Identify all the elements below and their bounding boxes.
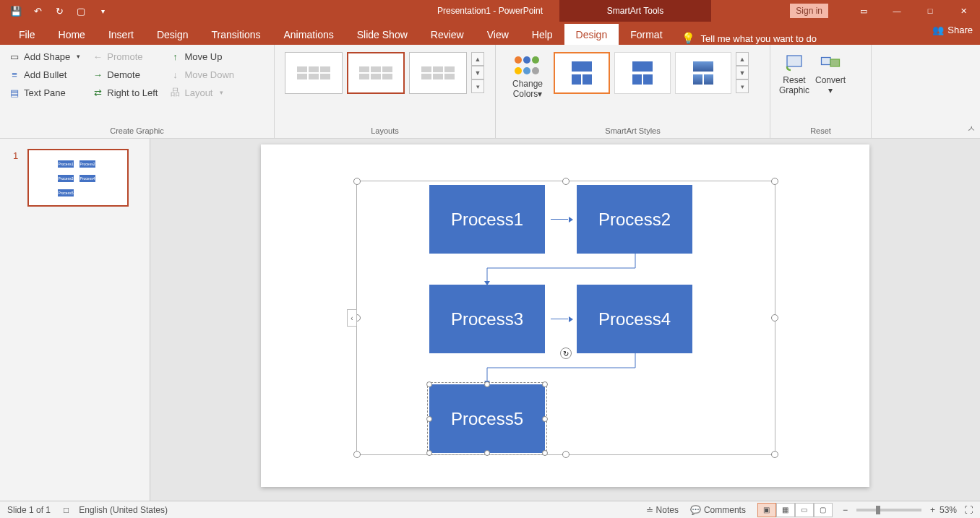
add-shape-button[interactable]: ▭Add Shape▾: [6, 48, 83, 65]
slideshow-view-icon[interactable]: ▢: [814, 503, 833, 517]
process3-box[interactable]: Process3: [429, 285, 545, 353]
sign-in-button[interactable]: Sign in: [790, 4, 828, 18]
add-shape-icon: ▭: [9, 51, 20, 62]
right-to-left-button[interactable]: ⇄Right to Left: [89, 84, 160, 101]
layout-button[interactable]: 品Layout▾: [166, 84, 237, 101]
convert-icon: [818, 52, 843, 74]
group-label-create-graphic: Create Graphic: [6, 124, 268, 135]
layout-option-2[interactable]: [347, 52, 405, 94]
process2-box[interactable]: Process2: [577, 185, 692, 254]
shape-handle[interactable]: [484, 450, 490, 456]
slide[interactable]: ‹ ↻ Process1 Process2 Process3 Process4: [261, 144, 869, 487]
tab-smartart-format[interactable]: Format: [619, 24, 674, 45]
tab-design[interactable]: Design: [145, 24, 200, 45]
tab-slideshow[interactable]: Slide Show: [345, 24, 419, 45]
process1-box[interactable]: Process1: [429, 185, 545, 254]
arrow-up-icon: ↑: [169, 51, 181, 62]
text-pane-button[interactable]: ▤Text Pane: [6, 84, 83, 101]
layouts-more-icon[interactable]: ▾: [471, 79, 484, 93]
tab-file[interactable]: File: [7, 24, 47, 45]
comments-button[interactable]: 💬Comments: [690, 505, 746, 515]
undo-icon[interactable]: ↶: [32, 5, 43, 17]
group-label-layouts: Layouts: [280, 124, 489, 135]
shape-handle[interactable]: [426, 416, 432, 422]
layouts-scroll-up-icon[interactable]: ▲: [471, 52, 484, 66]
resize-handle-se[interactable]: [771, 451, 778, 458]
styles-scroll: ▲ ▼ ▾: [736, 52, 749, 93]
tell-me-search[interactable]: 💡 Tell me what you want to do: [682, 32, 817, 45]
layout-option-3[interactable]: [409, 52, 467, 94]
demote-button[interactable]: →Demote: [89, 66, 160, 83]
resize-handle-nw[interactable]: [353, 178, 361, 185]
styles-scroll-up-icon[interactable]: ▲: [736, 52, 749, 66]
connector-4-5: [483, 353, 639, 386]
add-bullet-button[interactable]: ≡Add Bullet: [6, 66, 83, 83]
resize-handle-e[interactable]: [771, 314, 778, 321]
tab-smartart-design[interactable]: Design: [564, 24, 619, 45]
tab-insert[interactable]: Insert: [97, 24, 145, 45]
slide-canvas-area[interactable]: ‹ ↻ Process1 Process2 Process3 Process4: [150, 139, 980, 501]
normal-view-icon[interactable]: ▣: [757, 503, 776, 517]
reading-view-icon[interactable]: ▭: [795, 503, 814, 517]
language-indicator[interactable]: English (United States): [79, 505, 168, 515]
resize-handle-ne[interactable]: [771, 178, 778, 185]
tab-help[interactable]: Help: [520, 24, 564, 45]
resize-handle-sw[interactable]: [353, 451, 361, 458]
minimize-icon[interactable]: —: [880, 0, 914, 22]
collapse-ribbon-icon[interactable]: ㅅ: [967, 123, 976, 135]
style-option-1[interactable]: [554, 52, 610, 94]
qat-customize-icon[interactable]: ▾: [97, 5, 108, 17]
resize-handle-n[interactable]: [562, 178, 569, 185]
shape-handle[interactable]: [542, 416, 548, 422]
save-icon[interactable]: 💾: [10, 5, 22, 17]
close-icon[interactable]: ✕: [947, 0, 980, 22]
style-option-2[interactable]: [614, 52, 671, 94]
smartart-selection-frame[interactable]: ‹ ↻ Process1 Process2 Process3 Process4: [356, 181, 775, 455]
arrow-right-icon: →: [92, 69, 103, 80]
slide-1-thumbnail[interactable]: Process1 Process2 Process3 Process4 Proc…: [27, 149, 129, 207]
layout-option-1[interactable]: [285, 52, 343, 94]
redo-icon[interactable]: ↻: [53, 5, 65, 17]
shape-handle[interactable]: [542, 450, 548, 456]
share-button[interactable]: 👥 Share: [932, 25, 973, 35]
process5-box[interactable]: Process5: [429, 384, 545, 453]
styles-scroll-down-icon[interactable]: ▼: [736, 66, 749, 79]
promote-button[interactable]: ←Promote: [89, 48, 160, 65]
tab-home[interactable]: Home: [47, 24, 97, 45]
svg-rect-0: [787, 56, 801, 66]
tab-review[interactable]: Review: [419, 24, 476, 45]
comments-icon: 💬: [690, 505, 701, 515]
slide-indicator[interactable]: Slide 1 of 1: [7, 505, 51, 515]
style-option-3[interactable]: [675, 52, 731, 94]
zoom-level[interactable]: 53%: [940, 505, 957, 515]
tab-view[interactable]: View: [476, 24, 520, 45]
zoom-in-icon[interactable]: +: [930, 505, 935, 515]
zoom-out-icon[interactable]: −: [843, 505, 848, 515]
reset-graphic-button[interactable]: ResetGraphic: [776, 48, 812, 100]
convert-button[interactable]: Convert▾: [812, 48, 848, 100]
change-colors-button[interactable]: ChangeColors▾: [506, 52, 549, 100]
fit-to-window-icon[interactable]: ⛶: [964, 505, 973, 515]
shape-handle[interactable]: [426, 450, 432, 456]
tab-animations[interactable]: Animations: [272, 24, 345, 45]
maximize-icon[interactable]: □: [914, 0, 947, 22]
shape-handle[interactable]: [426, 381, 432, 387]
move-up-button[interactable]: ↑Move Up: [166, 48, 237, 65]
notes-button[interactable]: ≐Notes: [646, 505, 679, 515]
ribbon-display-icon[interactable]: ▭: [847, 0, 880, 22]
process4-box[interactable]: Process4: [577, 285, 692, 353]
expand-text-pane-icon[interactable]: ‹: [347, 309, 357, 327]
move-down-button[interactable]: ↓Move Down: [166, 66, 237, 83]
slide-sorter-icon[interactable]: ▦: [776, 503, 795, 517]
zoom-slider[interactable]: [856, 509, 921, 511]
svg-rect-1: [822, 58, 831, 65]
slide-thumbnails-pane[interactable]: 1 Process1 Process2 Process3 Process4 Pr…: [0, 139, 150, 501]
start-slideshow-icon[interactable]: ▢: [75, 5, 87, 17]
layouts-scroll-down-icon[interactable]: ▼: [471, 66, 484, 79]
shape-handle[interactable]: [484, 381, 490, 387]
resize-handle-s[interactable]: [562, 451, 569, 458]
styles-more-icon[interactable]: ▾: [736, 79, 749, 93]
tab-transitions[interactable]: Transitions: [200, 24, 272, 45]
shape-handle[interactable]: [542, 381, 548, 387]
spellcheck-icon[interactable]: □: [64, 505, 69, 515]
